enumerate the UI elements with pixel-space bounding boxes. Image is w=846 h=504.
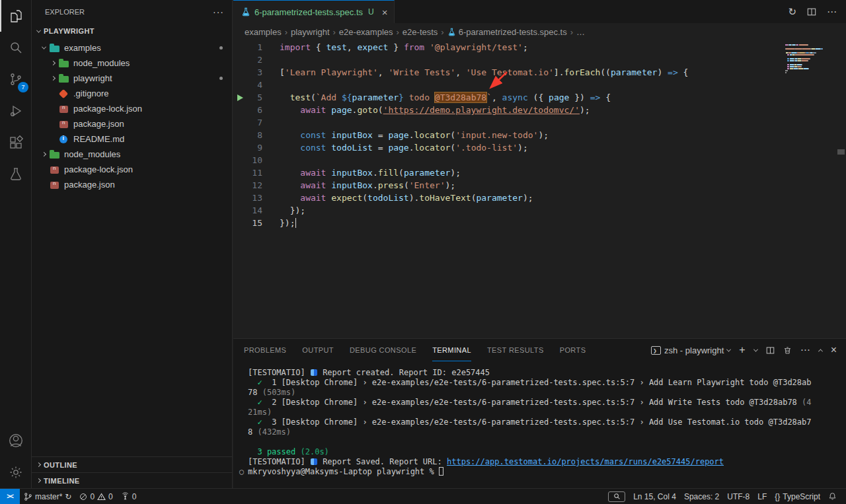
breadcrumb-item-…[interactable]: … [576, 27, 585, 37]
run-debug-icon[interactable] [0, 95, 31, 127]
trash-icon[interactable] [783, 346, 792, 355]
code-line-9[interactable]: 9 const todoList = page.locator('.todo-l… [233, 141, 846, 154]
split-editor-icon[interactable] [807, 7, 816, 17]
breadcrumb-item-6-parametrized-tests.spec.ts[interactable]: 6-parametrized-tests.spec.ts [447, 27, 567, 37]
editor[interactable]: 1import { test, expect } from '@playwrig… [233, 40, 846, 338]
search-icon[interactable] [0, 32, 31, 63]
panel-tab-ports[interactable]: PORTS [560, 339, 586, 361]
panel-tab-debug-console[interactable]: DEBUG CONSOLE [350, 339, 416, 361]
tab-bar: 6-parametrized-tests.spec.ts U × ↻ ⋯ [233, 0, 846, 23]
panel-tab-output[interactable]: OUTPUT [302, 339, 334, 361]
workspace-section-playwright[interactable]: PLAYWRIGHT [32, 23, 232, 39]
terminal-line: [TESTOMATIO] Report created. Report ID: … [248, 368, 846, 378]
folder-icon [50, 152, 59, 159]
chevron-right-icon [50, 61, 55, 65]
breadcrumb-item-examples[interactable]: examples [245, 27, 282, 37]
testing-icon[interactable] [0, 159, 31, 190]
code-line-11[interactable]: 11 await inputBox.fill(parameter); [233, 166, 846, 179]
timeline-section[interactable]: TIMELINE [32, 472, 232, 488]
tree-item-node_modules[interactable]: node_modules [32, 147, 232, 162]
line-number: 8 [248, 129, 262, 141]
testomatio-logo-icon [311, 369, 317, 376]
tree-item-label: package-lock.json [73, 104, 142, 114]
encoding-item[interactable]: UTF-8 [723, 489, 753, 504]
tree-item-README.md[interactable]: README.md [32, 131, 232, 147]
line-number: 6 [248, 104, 262, 116]
code-line-13[interactable]: 13 await expect(todoList).toHaveText(par… [233, 192, 846, 204]
activity-bar: 7 [0, 0, 32, 488]
terminal[interactable]: [TESTOMATIO] Report created. Report ID: … [233, 361, 846, 477]
remote-indicator[interactable]: >< [0, 489, 20, 504]
editor-more-actions-icon[interactable]: ⋯ [827, 6, 837, 18]
breadcrumb-separator: › [570, 27, 573, 37]
problems-item[interactable]: 0 0 [75, 489, 116, 504]
panel-tab-test-results[interactable]: TEST RESULTS [487, 339, 544, 361]
terminal-dropdown-icon[interactable] [754, 349, 757, 352]
line-number: 5 [248, 91, 262, 104]
code-line-3[interactable]: 3['Learn Playwright', 'Write Tests', 'Us… [233, 66, 846, 79]
panel-tab-problems[interactable]: PROBLEMS [244, 339, 286, 361]
account-icon[interactable] [0, 425, 31, 456]
bottom-panel: PROBLEMSOUTPUTDEBUG CONSOLETERMINALTEST … [233, 338, 846, 488]
split-terminal-icon[interactable] [766, 346, 775, 355]
notifications-item[interactable] [824, 489, 841, 504]
close-icon[interactable]: × [382, 7, 388, 18]
code-line-7[interactable]: 7 [233, 116, 846, 129]
language-item[interactable]: {} TypeScript [771, 489, 824, 504]
code-line-1[interactable]: 1import { test, expect } from '@playwrig… [233, 41, 846, 54]
run-tests-icon[interactable]: ↻ [788, 6, 796, 18]
code-line-12[interactable]: 12 await inputBox.press('Enter'); [233, 179, 846, 192]
text-cursor [295, 218, 296, 228]
minimap[interactable] [785, 44, 835, 74]
code-line-6[interactable]: 6 await page.goto('https://demo.playwrig… [233, 104, 846, 116]
tree-item-package.json[interactable]: package.json [32, 177, 232, 192]
zoom-item[interactable] [604, 489, 629, 504]
tree-item-package-lock.json[interactable]: package-lock.json [32, 101, 232, 116]
terminal-line: 3 passed (2.0s) [248, 447, 846, 457]
new-terminal-icon[interactable]: + [739, 344, 745, 356]
code-line-8[interactable]: 8 const inputBox = page.locator('input.n… [233, 129, 846, 141]
explorer-tree: examplesnode_modulesplaywright.gitignore… [32, 40, 232, 192]
eol-item[interactable]: LF [753, 489, 771, 504]
breadcrumb-item-e2e-tests[interactable]: e2e-tests [403, 27, 438, 37]
tree-item-examples[interactable]: examples [32, 40, 232, 55]
code-line-2[interactable]: 2 [233, 54, 846, 66]
tree-item-playwright[interactable]: playwright [32, 71, 232, 86]
run-test-play-icon[interactable] [237, 94, 243, 101]
code-line-10[interactable]: 10 [233, 154, 846, 166]
breadcrumb-separator: › [285, 27, 288, 37]
code-line-15[interactable]: 15}); [233, 217, 846, 229]
breadcrumb-item-e2e-examples[interactable]: e2e-examples [339, 27, 393, 37]
breadcrumb-item-playwright[interactable]: playwright [291, 27, 330, 37]
terminal-profile-select[interactable]: zsh - playwright [651, 345, 730, 355]
cursor-position-item[interactable]: Ln 15, Col 4 [629, 489, 680, 504]
source-control-icon[interactable]: 7 [0, 63, 31, 95]
ports-item[interactable]: 0 [117, 489, 141, 504]
git-branch-item[interactable]: master* ↻ [20, 489, 75, 504]
close-panel-icon[interactable]: × [831, 344, 837, 356]
tree-item-package.json[interactable]: package.json [32, 116, 232, 131]
explorer-more-actions-icon[interactable]: ··· [213, 7, 224, 17]
report-url-link[interactable]: https://app.testomat.io/projects/mars/ru… [447, 457, 724, 466]
explorer-icon[interactable] [0, 0, 31, 32]
terminal-line: 21ms) [248, 408, 846, 417]
settings-gear-icon[interactable] [0, 456, 31, 488]
code-line-14[interactable]: 14 }); [233, 204, 846, 217]
tab-6-parametrized-tests[interactable]: 6-parametrized-tests.spec.ts U × [233, 0, 395, 23]
panel-tab-terminal[interactable]: TERMINAL [432, 339, 471, 361]
maximize-panel-icon[interactable] [819, 349, 822, 352]
bell-icon [828, 492, 837, 501]
code-line-5[interactable]: 5 test(`Add ${parameter} todo @T3d28ab78… [233, 91, 846, 104]
editor-group: 6-parametrized-tests.spec.ts U × ↻ ⋯ exa… [233, 0, 846, 488]
code-line-4[interactable]: 4 [233, 79, 846, 91]
extensions-icon[interactable] [0, 127, 31, 159]
branch-icon [24, 492, 32, 501]
tree-item-label: node_modules [64, 149, 120, 159]
terminal-line: 8 (432ms) [248, 427, 846, 437]
tree-item-.gitignore[interactable]: .gitignore [32, 86, 232, 101]
outline-section[interactable]: OUTLINE [32, 456, 232, 472]
indentation-item[interactable]: Spaces: 2 [680, 489, 723, 504]
panel-more-actions-icon[interactable]: ⋯ [800, 344, 810, 356]
tree-item-node_modules[interactable]: node_modules [32, 55, 232, 71]
tree-item-package-lock.json[interactable]: package-lock.json [32, 162, 232, 177]
